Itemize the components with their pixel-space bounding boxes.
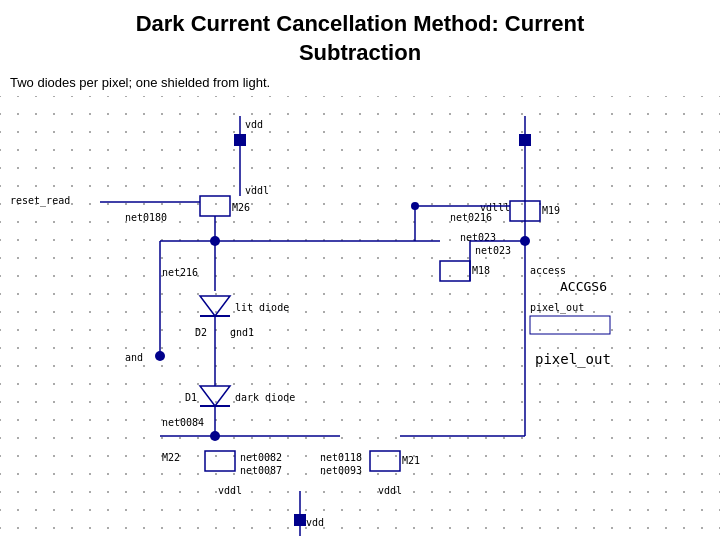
svg-text:M26: M26: [232, 202, 250, 213]
svg-text:M21: M21: [402, 455, 420, 466]
svg-text:ACCGS6: ACCGS6: [560, 279, 607, 294]
svg-text:net0118: net0118: [320, 452, 362, 463]
svg-text:M19: M19: [542, 205, 560, 216]
svg-text:net0180: net0180: [125, 212, 167, 223]
diagram-area: vdd vddl M26 reset_read net0180 net216: [0, 96, 720, 536]
svg-text:lit diode: lit diode: [235, 302, 289, 313]
svg-text:net023: net023: [475, 245, 511, 256]
title-line2: Subtraction: [299, 40, 421, 65]
svg-text:vddl: vddl: [378, 485, 402, 496]
svg-rect-35: [205, 451, 235, 471]
subtitle: Two diodes per pixel; one shielded from …: [0, 71, 720, 96]
schematic-svg: vdd vddl M26 reset_read net0180 net216: [0, 96, 720, 536]
svg-marker-25: [200, 386, 230, 406]
svg-text:vddl: vddl: [218, 485, 242, 496]
svg-text:D2: D2: [195, 327, 207, 338]
svg-rect-40: [370, 451, 400, 471]
svg-text:gnd1: gnd1: [230, 327, 254, 338]
svg-text:pixel_out: pixel_out: [530, 302, 584, 314]
svg-text:net216: net216: [162, 267, 198, 278]
svg-rect-5: [200, 196, 230, 216]
svg-rect-59: [530, 316, 610, 334]
svg-text:net0084: net0084: [162, 417, 204, 428]
svg-text:dark diode: dark diode: [235, 392, 295, 403]
svg-rect-53: [440, 261, 470, 281]
svg-text:M22: M22: [162, 452, 180, 463]
page: Dark Current Cancellation Method: Curren…: [0, 0, 720, 540]
title-line1: Dark Current Cancellation Method: Curren…: [136, 11, 585, 36]
svg-text:vddl: vddl: [245, 185, 269, 196]
svg-text:and: and: [125, 352, 143, 363]
svg-text:net0093: net0093: [320, 465, 362, 476]
svg-text:vdd: vdd: [245, 119, 263, 130]
svg-text:net0087: net0087: [240, 465, 282, 476]
svg-text:vdd: vdd: [306, 517, 324, 528]
svg-text:access: access: [530, 265, 566, 276]
svg-text:net0082: net0082: [240, 452, 282, 463]
svg-rect-68: [519, 134, 531, 146]
svg-text:D1: D1: [185, 392, 197, 403]
svg-text:reset_read: reset_read: [10, 195, 70, 207]
svg-text:net0216: net0216: [450, 212, 492, 223]
page-title: Dark Current Cancellation Method: Curren…: [0, 0, 720, 71]
svg-marker-15: [200, 296, 230, 316]
svg-rect-2: [234, 134, 246, 146]
svg-text:M18: M18: [472, 265, 490, 276]
svg-text:vdlll: vdlll: [480, 202, 510, 213]
svg-text:pixel_out: pixel_out: [535, 351, 611, 368]
